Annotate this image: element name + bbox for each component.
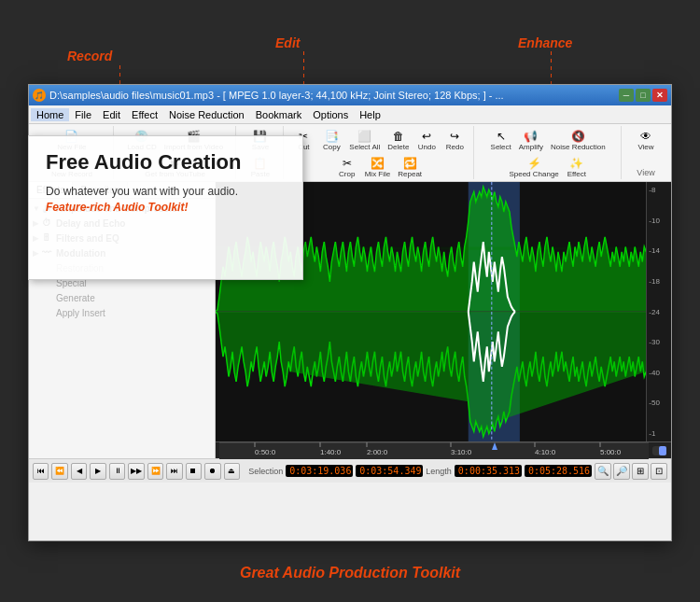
view-button[interactable]: 👁 View [633, 128, 659, 153]
play-button[interactable]: ▶ [90, 463, 105, 480]
menu-help[interactable]: Help [354, 108, 386, 121]
stop-button[interactable]: ⏹ [186, 463, 202, 480]
maximize-button[interactable]: □ [636, 89, 651, 102]
select-icon: ↖ [494, 130, 509, 143]
effect-button[interactable]: ✨ Effect [564, 155, 590, 180]
timeline-thumb[interactable] [659, 446, 666, 455]
effect-icon: ✨ [569, 157, 584, 170]
menu-edit[interactable]: Edit [97, 108, 126, 121]
crop-icon: ✂ [340, 157, 355, 170]
toolbar-editing-group: ✂ Cut 📑 Copy ⬜ Select All 🗑 Delete [285, 126, 474, 179]
repeat-icon: 🔁 [402, 157, 417, 170]
next-button[interactable]: ▶▶ [128, 463, 144, 480]
selection-end-display: 0:03:54.349 [356, 465, 423, 477]
menu-bookmark[interactable]: Bookmark [250, 108, 308, 121]
rewind-button[interactable]: ⏪ [51, 463, 67, 480]
repeat-button[interactable]: 🔁 Repeat [395, 155, 425, 180]
svg-text:1:40:0: 1:40:0 [320, 448, 342, 456]
select-button[interactable]: ↖ Select [488, 128, 514, 153]
menu-bar: Home File Edit Effect Noise Reduction Bo… [29, 105, 671, 124]
time-ruler-svg: 0:50:0 1:40:0 2:00:0 3:10:0 4:10:0 5:00:… [219, 442, 649, 459]
redo-icon: ↪ [447, 130, 462, 143]
length-display: 0:00:35.313 [455, 465, 522, 477]
forward-button[interactable]: ⏩ [147, 463, 163, 480]
menu-options[interactable]: Options [307, 108, 354, 121]
skip-back-button[interactable]: ⏮ [33, 463, 49, 480]
transport-bar: ⏮ ⏪ ◀ ▶ ⏸ ▶▶ ⏩ ⏭ ⏹ ⏺ ⏏ Selection 0:03:19… [29, 458, 671, 483]
record-transport-button[interactable]: ⏺ [204, 463, 220, 480]
prev-button[interactable]: ◀ [71, 463, 87, 480]
selection-start-display: 0:03:19.036 [286, 465, 353, 477]
promo-title: Free Audio Creation [46, 150, 286, 175]
eject-button[interactable]: ⏏ [224, 463, 240, 480]
svg-text:4:10:0: 4:10:0 [535, 448, 556, 456]
copy-icon: 📑 [324, 130, 339, 143]
title-bar: 🎵 D:\samples\audio files\music01.mp3 - [… [29, 85, 671, 105]
svg-text:2:00:0: 2:00:0 [367, 448, 388, 456]
annotation-enhance: Enhance [518, 35, 572, 50]
total-display: 0:05:28.516 [525, 465, 592, 477]
fit-button[interactable]: ⊞ [632, 463, 649, 480]
promo-highlight: Feature-rich Audio Toolkit! [46, 201, 188, 214]
copy-button[interactable]: 📑 Copy [318, 128, 344, 153]
view-group-label: View [637, 166, 654, 177]
menu-noise-reduction[interactable]: Noise Reduction [163, 108, 250, 121]
amplify-icon: 📢 [524, 130, 539, 143]
promo-description: Do whatever you want with your audio. Fe… [46, 184, 286, 216]
noise-reduction-button[interactable]: 🔇 Noise Reduction [548, 128, 609, 153]
delete-icon: 🗑 [391, 130, 406, 143]
mix-file-button[interactable]: 🔀 Mix File [362, 155, 394, 180]
toolbar-editing-buttons: ✂ Cut 📑 Copy ⬜ Select All 🗑 Delete [288, 128, 469, 180]
selection-label: Selection [248, 467, 283, 476]
annotation-edit: Edit [275, 35, 300, 50]
svg-text:5:00:0: 5:00:0 [600, 448, 622, 456]
skip-forward-button[interactable]: ⏭ [166, 463, 182, 480]
undo-icon: ↩ [419, 130, 434, 143]
length-label: Length [426, 467, 452, 476]
zoom-in-button[interactable]: 🔍 [595, 463, 611, 480]
svg-rect-5 [219, 442, 649, 459]
mix-file-icon: 🔀 [370, 157, 385, 170]
toolbar-view-buttons: 👁 View [633, 128, 659, 153]
undo-button[interactable]: ↩ Undo [413, 128, 440, 153]
noise-reduction-icon: 🔇 [570, 130, 585, 143]
delete-button[interactable]: 🗑 Delete [385, 128, 412, 153]
select-all-icon: ⬜ [357, 130, 372, 143]
svg-text:0:50:0: 0:50:0 [255, 448, 276, 456]
title-bar-text: D:\samples\audio files\music01.mp3 - [ M… [49, 90, 619, 101]
zoom-out-button[interactable]: 🔎 [613, 463, 630, 480]
toolbar-selecteffect-buttons: ↖ Select 📢 Amplify 🔇 Noise Reduction ⚡ S… [479, 128, 617, 180]
menu-effect[interactable]: Effect [126, 108, 163, 121]
crop-button[interactable]: ✂ Crop [334, 155, 360, 180]
menu-home[interactable]: Home [31, 108, 69, 121]
amplify-button[interactable]: 📢 Amplify [516, 128, 546, 153]
sidebar-item-apply-insert: Apply Insert [29, 305, 215, 320]
redo-button[interactable]: ↪ Redo [441, 128, 468, 153]
app-icon: 🎵 [33, 89, 46, 102]
speed-change-icon: ⚡ [526, 157, 541, 170]
menu-file[interactable]: File [69, 108, 97, 121]
toolbar-view-group: 👁 View View [623, 126, 669, 179]
promo-box: Free Audio Creation Do whatever you want… [28, 135, 303, 280]
select-all-button[interactable]: ⬜ Select All [346, 128, 383, 153]
db-scale: -8 -10 -14 -18 -24 -30 -40 -50 -1 [646, 182, 671, 441]
annotation-record: Record [67, 49, 112, 63]
annotation-bottom: Great Audio Production Toolkit [240, 565, 460, 581]
close-button[interactable]: ✕ [652, 89, 667, 102]
minimize-button[interactable]: ─ [619, 89, 634, 102]
toolbar-selecteffect-group: ↖ Select 📢 Amplify 🔇 Noise Reduction ⚡ S… [475, 126, 622, 179]
time-ruler: 0:50:0 1:40:0 2:00:0 3:10:0 4:10:0 5:00:… [216, 441, 671, 458]
zoom-sel-button[interactable]: ⊡ [651, 463, 667, 480]
zoom-controls: 🔍 🔎 ⊞ ⊡ [595, 463, 667, 480]
svg-text:3:10:0: 3:10:0 [451, 448, 472, 456]
title-bar-controls: ─ □ ✕ [619, 89, 667, 102]
sidebar-item-generate: Generate [29, 290, 215, 305]
pause-button[interactable]: ⏸ [109, 463, 125, 480]
view-icon: 👁 [638, 130, 653, 143]
outer-background: Record Edit Enhance 🎵 D:\samples\audio f… [0, 0, 700, 602]
speed-change-button[interactable]: ⚡ Speed Change [506, 155, 561, 180]
